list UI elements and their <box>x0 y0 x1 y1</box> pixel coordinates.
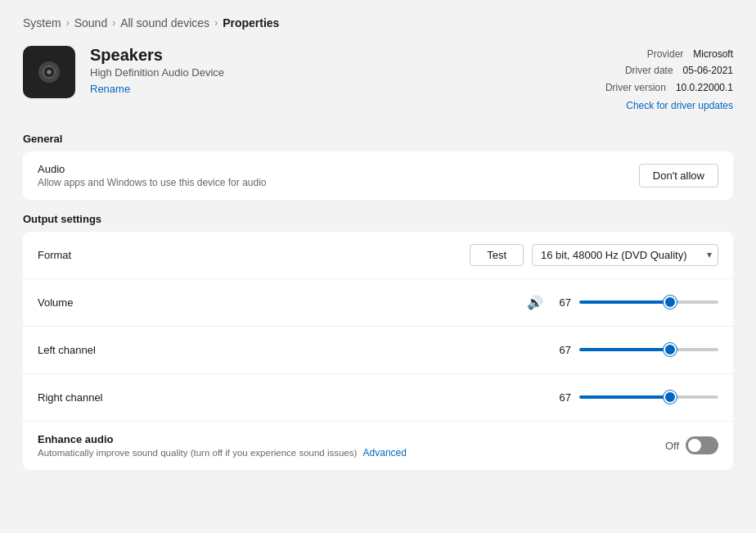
enhance-audio-info: Enhance audio Automatically improve soun… <box>38 433 407 458</box>
device-sub: High Definition Audio Device <box>90 66 591 79</box>
device-header: Speakers High Definition Audio Device Re… <box>23 46 733 115</box>
left-channel-slider-container <box>579 348 718 351</box>
output-settings-card: Format Test 16 bit, 48000 Hz (DVD Qualit… <box>23 232 733 470</box>
left-channel-value: 67 <box>551 344 571 356</box>
volume-controls: 🔊 67 <box>527 295 718 310</box>
driver-version-row: Driver version 10.0.22000.1 <box>605 79 733 96</box>
volume-slider[interactable] <box>579 300 718 304</box>
driver-info: Provider Microsoft Driver date 05-06-202… <box>605 46 733 115</box>
enhance-audio-toggle[interactable] <box>686 436 718 454</box>
left-channel-slider[interactable] <box>579 348 718 351</box>
audio-info: Audio Allow apps and Windows to use this… <box>38 163 267 188</box>
left-channel-label: Left channel <box>38 344 152 356</box>
audio-title: Audio <box>38 163 267 175</box>
enhance-audio-desc: Automatically improve sound quality (tur… <box>38 447 407 458</box>
enhance-audio-label: Enhance audio <box>38 433 407 445</box>
dont-allow-button[interactable]: Don't allow <box>639 164 718 187</box>
advanced-link[interactable]: Advanced <box>363 447 407 458</box>
breadcrumb-system[interactable]: System <box>23 16 61 29</box>
driver-date-value: 05-06-2021 <box>683 62 733 79</box>
right-channel-controls: 67 <box>551 391 718 404</box>
provider-value: Microsoft <box>693 46 733 62</box>
format-label: Format <box>38 249 152 261</box>
enhance-toggle-group: Off <box>665 436 718 454</box>
driver-date-label: Driver date <box>625 62 673 79</box>
volume-label: Volume <box>38 296 152 309</box>
left-channel-row: Left channel 67 <box>23 327 733 374</box>
breadcrumb-sep-1: › <box>66 17 70 29</box>
test-button[interactable]: Test <box>470 244 524 266</box>
driver-version-label: Driver version <box>605 79 666 96</box>
provider-label: Provider <box>647 46 684 62</box>
breadcrumb-sep-2: › <box>112 17 115 29</box>
right-channel-row: Right channel 67 <box>23 374 733 422</box>
device-name: Speakers <box>90 46 591 65</box>
volume-row: Volume 🔊 67 <box>23 279 733 327</box>
breadcrumb-sep-3: › <box>214 17 218 29</box>
device-info: Speakers High Definition Audio Device Re… <box>90 46 591 95</box>
enhance-audio-row: Enhance audio Automatically improve soun… <box>23 422 733 470</box>
right-channel-slider-container <box>579 395 718 399</box>
breadcrumb-properties: Properties <box>223 16 279 29</box>
volume-slider-container <box>579 300 718 304</box>
driver-date-row: Driver date 05-06-2021 <box>605 62 733 79</box>
right-channel-slider[interactable] <box>579 395 718 399</box>
enhance-toggle-label: Off <box>665 440 679 452</box>
breadcrumb-sound[interactable]: Sound <box>74 16 107 29</box>
right-channel-value: 67 <box>551 391 571 404</box>
enhance-audio-toggle-container: Off <box>665 436 718 454</box>
format-row: Format Test 16 bit, 48000 Hz (DVD Qualit… <box>23 232 733 279</box>
svg-point-3 <box>48 71 50 73</box>
format-select[interactable]: 16 bit, 48000 Hz (DVD Quality)16 bit, 44… <box>532 244 718 266</box>
format-controls: Test 16 bit, 48000 Hz (DVD Quality)16 bi… <box>470 244 718 266</box>
general-card: Audio Allow apps and Windows to use this… <box>23 151 733 200</box>
audio-desc: Allow apps and Windows to use this devic… <box>38 177 267 188</box>
check-driver-updates-link[interactable]: Check for driver updates <box>605 97 733 114</box>
rename-link[interactable]: Rename <box>90 83 130 95</box>
driver-version-value: 10.0.22000.1 <box>676 79 733 96</box>
breadcrumb: System › Sound › All sound devices › Pro… <box>23 16 733 29</box>
provider-row: Provider Microsoft <box>605 46 733 62</box>
volume-value: 67 <box>551 296 571 309</box>
right-channel-label: Right channel <box>38 391 152 404</box>
volume-icon: 🔊 <box>527 295 543 310</box>
output-settings-section-title: Output settings <box>23 213 733 225</box>
breadcrumb-all-sound-devices[interactable]: All sound devices <box>120 16 209 29</box>
format-dropdown-wrapper: 16 bit, 48000 Hz (DVD Quality)16 bit, 44… <box>532 244 718 266</box>
left-channel-controls: 67 <box>551 344 718 356</box>
general-section-title: General <box>23 133 733 145</box>
device-icon <box>23 46 75 98</box>
